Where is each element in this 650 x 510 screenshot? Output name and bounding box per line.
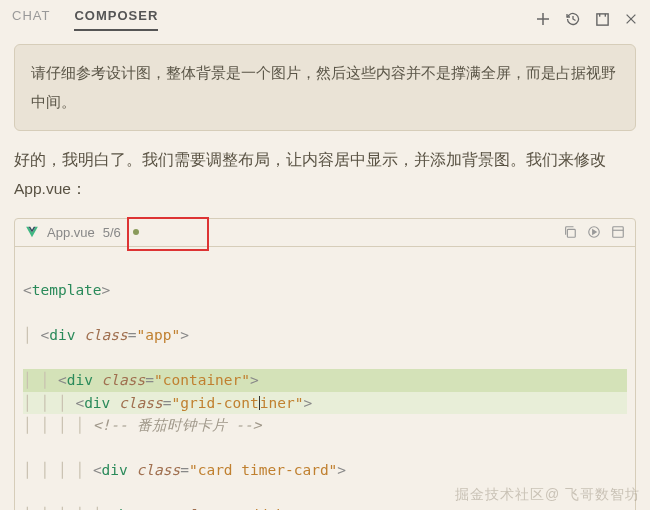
plus-icon[interactable] (535, 11, 551, 27)
response-text: 好的，我明白了。我们需要调整布局，让内容居中显示，并添加背景图。我们来修改 Ap… (14, 151, 606, 197)
maximize-icon[interactable] (595, 12, 610, 27)
apply-icon[interactable] (611, 225, 625, 239)
code-file-header: App.vue 5/6 (15, 219, 635, 247)
vue-icon (25, 225, 39, 239)
code-actions (563, 225, 625, 239)
code-block: App.vue 5/6 <template> │ <div class="app… (14, 218, 636, 510)
panel-header: CHAT COMPOSER (0, 0, 650, 38)
history-icon[interactable] (565, 11, 581, 27)
svg-rect-9 (613, 227, 624, 238)
svg-rect-2 (597, 13, 608, 24)
file-progress: 5/6 (103, 225, 121, 240)
play-icon[interactable] (587, 225, 601, 239)
tab-composer[interactable]: COMPOSER (74, 8, 158, 31)
user-prompt: 请仔细参考设计图，整体背景是一个图片，然后这些内容并不是撑满全屏，而是占据视野中… (14, 44, 636, 131)
header-actions (535, 11, 638, 27)
close-icon[interactable] (624, 12, 638, 26)
copy-icon[interactable] (563, 225, 577, 239)
annotation-box (127, 217, 209, 251)
tab-bar: CHAT COMPOSER (12, 8, 535, 31)
status-dot-icon (133, 229, 139, 235)
svg-rect-7 (567, 230, 575, 238)
code-content[interactable]: <template> │ <div class="app"> │ │ <div … (15, 247, 635, 510)
prompt-text: 请仔细参考设计图，整体背景是一个图片，然后这些内容并不是撑满全屏，而是占据视野中… (31, 64, 616, 110)
tab-chat[interactable]: CHAT (12, 8, 50, 31)
text-cursor (259, 396, 260, 410)
file-name: App.vue (47, 225, 95, 240)
assistant-response: 好的，我明白了。我们需要调整布局，让内容居中显示，并添加背景图。我们来修改 Ap… (14, 145, 636, 204)
